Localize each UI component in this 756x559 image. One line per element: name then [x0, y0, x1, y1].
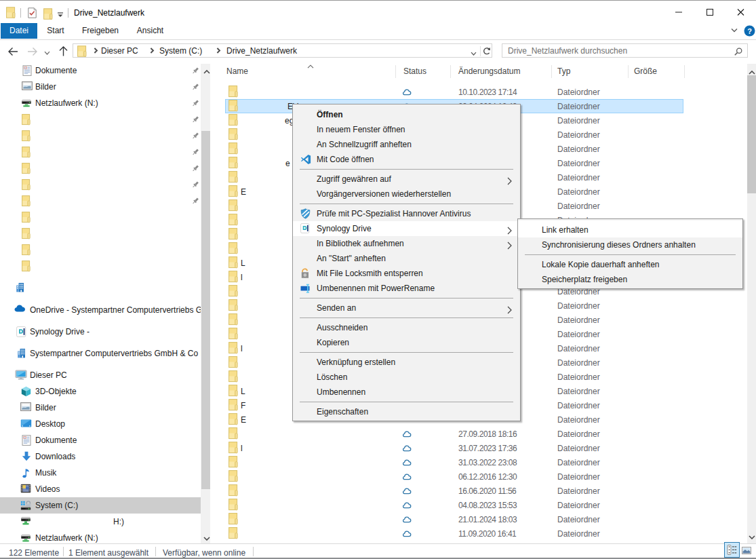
svg-text:?: ? [747, 27, 752, 35]
